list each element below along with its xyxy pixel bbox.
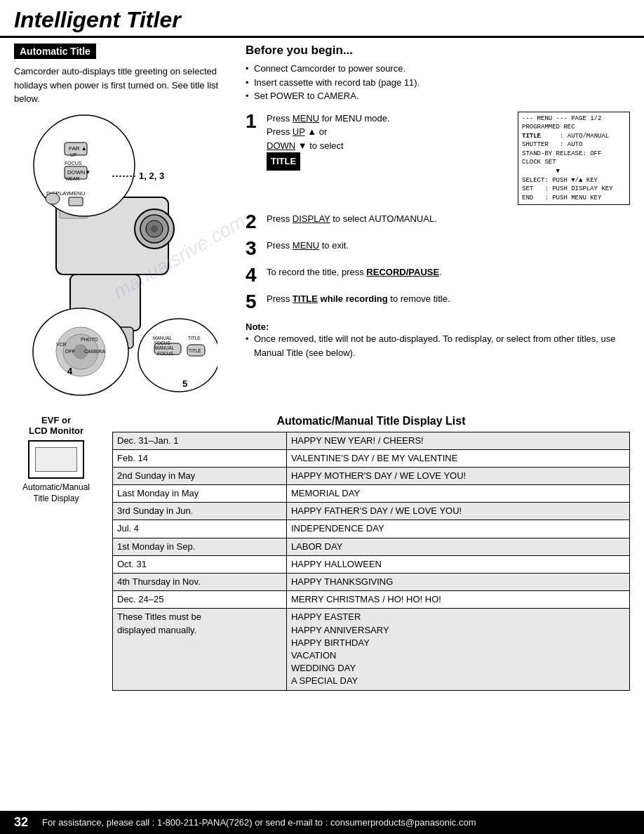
svg-text:MANUAL: MANUAL — [153, 336, 172, 340]
step-3-content: Press MENU to exit. — [267, 239, 630, 253]
table-cell-date: Jul. 4 — [113, 520, 287, 538]
down-underline: DOWN — [267, 140, 295, 151]
table-cell-title: MERRY CHRISTMAS / HO! HO! HO! — [286, 591, 629, 609]
menu-line: --- MENU --- PAGE 1/2 — [522, 114, 626, 124]
table-cell-title: HAPPY NEW YEAR! / CHEERS! — [286, 432, 629, 449]
step-4: 4 To record the title, press RECORD/PAUS… — [246, 265, 630, 285]
svg-text:NEAR: NEAR — [66, 176, 79, 181]
table-cell-title: HAPPY HALLOWEEN — [286, 555, 629, 573]
evf-inner-screen — [35, 447, 77, 472]
menu-underline-2: MENU — [293, 240, 319, 251]
step-1-content: Press MENU for MENU mode. Press UP ▲ or … — [267, 112, 630, 206]
display-underline: DISPLAY — [293, 213, 330, 224]
list-item: Set POWER to CAMERA. — [246, 89, 630, 103]
record-underline: RECORD/PAUSE — [366, 267, 439, 277]
table-cell-title: HAPPY THANKSGIVING — [286, 574, 629, 591]
bottom-section: EVF or LCD Monitor Automatic/Manual Titl… — [0, 408, 644, 698]
table-cell-date: These Titles must be displayed manually. — [113, 609, 287, 690]
table-row: Dec. 24–25MERRY CHRISTMAS / HO! HO! HO! — [113, 591, 630, 609]
list-item: Insert cassette with record tab (page 11… — [246, 76, 630, 90]
table-row: Jul. 4INDEPENDENCE DAY — [113, 520, 630, 538]
table-cell-title: HAPPY FATHER'S DAY / WE LOVE YOU! — [286, 503, 629, 520]
step-2-number: 2 — [246, 212, 262, 232]
evf-area: EVF or LCD Monitor Automatic/Manual Titl… — [14, 415, 98, 505]
svg-text:CAMERA: CAMERA — [84, 349, 105, 354]
step-4-number: 4 — [246, 265, 262, 285]
left-description: Camcorder auto-displays title greeting o… — [14, 65, 232, 106]
menu-line: PROGRAMMED REC — [522, 123, 626, 132]
page-header: Intelligent Titler — [0, 0, 644, 38]
evf-caption-text: Automatic/Manual Title Display — [22, 482, 90, 504]
before-begin-list: Connect Camcorder to power source. Inser… — [246, 62, 630, 103]
step-1-text: Press MENU for MENU mode. Press UP ▲ or … — [267, 112, 505, 206]
title-underline: TITLE — [293, 293, 318, 304]
step-3-number: 3 — [246, 239, 262, 258]
step-1: 1 Press MENU for MENU mode. Press UP ▲ o… — [246, 112, 630, 206]
table-cell-title: MEMORIAL DAY — [286, 485, 629, 503]
step-1-flex: Press MENU for MENU mode. Press UP ▲ or … — [267, 112, 630, 206]
table-cell-date: 3rd Sunday in Jun. — [113, 503, 287, 520]
table-row: 2nd Sunday in MayHAPPY MOTHER'S DAY / WE… — [113, 467, 630, 484]
footer-page-number: 32 — [14, 815, 28, 830]
svg-text:FOCUS: FOCUS — [157, 351, 173, 356]
svg-text:5: 5 — [182, 378, 187, 389]
svg-text:TITLE: TITLE — [189, 348, 201, 353]
table-row: 3rd Sunday in Jun.HAPPY FATHER'S DAY / W… — [113, 503, 630, 520]
step-5-content: Press TITLE while recording to remove ti… — [267, 292, 630, 306]
table-cell-title: VALENTINE'S DAY / BE MY VALENTINE — [286, 449, 629, 467]
svg-point-4 — [151, 225, 158, 232]
note-section: Note: Once removed, title will not be au… — [246, 322, 630, 359]
title-table-wrap: Automatic/Manual Title Display List Dec.… — [112, 415, 630, 691]
table-cell-date: Dec. 31–Jan. 1 — [113, 432, 287, 449]
table-cell-title: HAPPY MOTHER'S DAY / WE LOVE YOU! — [286, 467, 629, 484]
table-cell-date: Last Monday in May — [113, 485, 287, 503]
menu-line: SET : PUSH DISPLAY KEY — [522, 185, 626, 194]
evf-monitor — [28, 440, 84, 479]
page-title: Intelligent Titler — [14, 7, 630, 33]
step-4-content: To record the title, press RECORD/PAUSE. — [267, 265, 630, 279]
title-table-body: Dec. 31–Jan. 1HAPPY NEW YEAR! / CHEERS!F… — [113, 432, 630, 690]
table-cell-date: 2nd Sunday in May — [113, 467, 287, 484]
steps-area: 1 Press MENU for MENU mode. Press UP ▲ o… — [246, 112, 630, 360]
note-text: Once removed, title will not be auto-dis… — [246, 332, 630, 359]
up-underline: UP — [293, 126, 305, 137]
right-column: Before you begin... Connect Camcorder to… — [246, 44, 630, 408]
menu-line: ▼ — [522, 167, 626, 176]
table-cell-date: Oct. 31 — [113, 555, 287, 573]
auto-title-badge: Automatic Title — [14, 44, 96, 59]
svg-text:TITLE: TITLE — [188, 336, 201, 340]
svg-point-18 — [46, 193, 60, 204]
table-row: Dec. 31–Jan. 1HAPPY NEW YEAR! / CHEERS! — [113, 432, 630, 449]
page-footer: 32 For assistance, please call : 1-800-2… — [0, 811, 644, 834]
list-item: Connect Camcorder to power source. — [246, 62, 630, 76]
step-2: 2 Press DISPLAY to select AUTO/MANUAL. — [246, 212, 630, 232]
table-row: Oct. 31HAPPY HALLOWEEN — [113, 555, 630, 573]
note-title: Note: — [246, 322, 630, 332]
step-2-content: Press DISPLAY to select AUTO/MANUAL. — [267, 212, 630, 226]
title-display-list-title: Automatic/Manual Title Display List — [112, 415, 630, 428]
menu-screenshot: --- MENU --- PAGE 1/2 PROGRAMMED REC TIT… — [518, 112, 630, 206]
menu-line: SELECT: PUSH ▼/▲ KEY — [522, 176, 626, 185]
title-box: TITLE — [267, 152, 300, 171]
table-cell-date: Dec. 24–25 — [113, 591, 287, 609]
svg-text:UP: UP — [70, 152, 77, 157]
step-5: 5 Press TITLE while recording to remove … — [246, 292, 630, 312]
table-row: 4th Thursday in Nov.HAPPY THANKSGIVING — [113, 574, 630, 591]
svg-text:VCR: VCR — [56, 342, 67, 347]
evf-caption: Automatic/Manual Title Display — [14, 482, 98, 505]
table-cell-title: INDEPENDENCE DAY — [286, 520, 629, 538]
table-cell-date: 4th Thursday in Nov. — [113, 574, 287, 591]
svg-text:MENU: MENU — [69, 190, 86, 197]
svg-text:DOWN▼: DOWN▼ — [67, 169, 90, 176]
table-cell-title: LABOR DAY — [286, 538, 629, 555]
svg-point-32 — [138, 319, 217, 392]
table-row: Feb. 14VALENTINE'S DAY / BE MY VALENTINE — [113, 449, 630, 467]
table-cell-date: Feb. 14 — [113, 449, 287, 467]
footer-text: For assistance, please call : 1-800-211-… — [42, 817, 476, 828]
table-cell-date: 1st Monday in Sep. — [113, 538, 287, 555]
step-5-number: 5 — [246, 292, 262, 312]
table-cell-title: HAPPY EASTER HAPPY ANNIVERSARY HAPPY BIR… — [286, 609, 629, 690]
table-row: 1st Monday in Sep.LABOR DAY — [113, 538, 630, 555]
main-content: Automatic Title Camcorder auto-displays … — [0, 38, 644, 408]
svg-text:OFF: OFF — [65, 349, 75, 354]
